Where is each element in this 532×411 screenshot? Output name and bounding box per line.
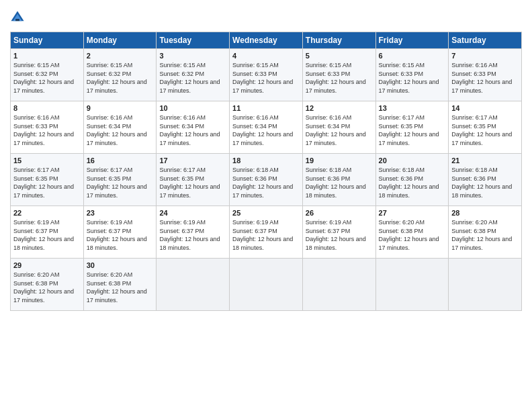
day-info: Sunrise: 6:15 AMSunset: 6:33 PMDaylight:… bbox=[306, 61, 373, 95]
day-number: 21 bbox=[451, 156, 519, 165]
calendar-cell: 13Sunrise: 6:17 AMSunset: 6:35 PMDayligh… bbox=[375, 101, 449, 154]
weekday-header-saturday: Saturday bbox=[449, 32, 522, 49]
calendar-row-2: 8Sunrise: 6:16 AMSunset: 6:33 PMDaylight… bbox=[11, 101, 522, 154]
day-info: Sunrise: 6:17 AMSunset: 6:35 PMDaylight:… bbox=[87, 166, 154, 199]
day-info: Sunrise: 6:19 AMSunset: 6:37 PMDaylight:… bbox=[87, 218, 154, 252]
logo bbox=[10, 10, 28, 25]
calendar-cell: 5Sunrise: 6:15 AMSunset: 6:33 PMDaylight… bbox=[302, 49, 375, 101]
day-number: 1 bbox=[13, 52, 81, 60]
day-info: Sunrise: 6:19 AMSunset: 6:37 PMDaylight:… bbox=[306, 218, 373, 252]
page: SundayMondayTuesdayWednesdayThursdayFrid… bbox=[0, 0, 532, 411]
day-info: Sunrise: 6:20 AMSunset: 6:38 PMDaylight:… bbox=[13, 271, 81, 304]
calendar-cell: 10Sunrise: 6:16 AMSunset: 6:34 PMDayligh… bbox=[157, 101, 230, 154]
weekday-header-sunday: Sunday bbox=[11, 32, 84, 49]
calendar-row-4: 22Sunrise: 6:19 AMSunset: 6:37 PMDayligh… bbox=[11, 206, 522, 259]
calendar-cell: 16Sunrise: 6:17 AMSunset: 6:35 PMDayligh… bbox=[83, 154, 157, 206]
day-info: Sunrise: 6:16 AMSunset: 6:33 PMDaylight:… bbox=[13, 113, 81, 147]
calendar-cell: 11Sunrise: 6:16 AMSunset: 6:34 PMDayligh… bbox=[230, 101, 303, 154]
day-info: Sunrise: 6:16 AMSunset: 6:34 PMDaylight:… bbox=[306, 113, 373, 147]
calendar-cell: 14Sunrise: 6:17 AMSunset: 6:35 PMDayligh… bbox=[449, 101, 522, 154]
calendar-cell: 17Sunrise: 6:17 AMSunset: 6:35 PMDayligh… bbox=[157, 154, 230, 206]
day-number: 7 bbox=[451, 52, 519, 60]
day-info: Sunrise: 6:16 AMSunset: 6:33 PMDaylight:… bbox=[451, 61, 519, 95]
calendar-row-5: 29Sunrise: 6:20 AMSunset: 6:38 PMDayligh… bbox=[11, 259, 522, 311]
calendar-cell bbox=[230, 259, 303, 311]
calendar-cell: 8Sunrise: 6:16 AMSunset: 6:33 PMDaylight… bbox=[11, 101, 84, 154]
calendar-cell: 19Sunrise: 6:18 AMSunset: 6:36 PMDayligh… bbox=[302, 154, 375, 206]
calendar-cell: 26Sunrise: 6:19 AMSunset: 6:37 PMDayligh… bbox=[302, 206, 375, 259]
day-info: Sunrise: 6:15 AMSunset: 6:33 PMDaylight:… bbox=[379, 61, 446, 95]
day-info: Sunrise: 6:15 AMSunset: 6:33 PMDaylight:… bbox=[232, 61, 300, 95]
day-info: Sunrise: 6:16 AMSunset: 6:34 PMDaylight:… bbox=[87, 113, 154, 147]
day-info: Sunrise: 6:16 AMSunset: 6:34 PMDaylight:… bbox=[232, 113, 300, 147]
calendar-cell: 3Sunrise: 6:15 AMSunset: 6:32 PMDaylight… bbox=[157, 49, 230, 101]
day-number: 25 bbox=[232, 209, 300, 217]
calendar-cell bbox=[449, 259, 522, 311]
day-info: Sunrise: 6:17 AMSunset: 6:35 PMDaylight:… bbox=[159, 166, 226, 199]
calendar-cell bbox=[157, 259, 230, 311]
logo-icon bbox=[10, 10, 25, 25]
svg-rect-2 bbox=[15, 19, 19, 21]
calendar-cell: 15Sunrise: 6:17 AMSunset: 6:35 PMDayligh… bbox=[11, 154, 84, 206]
day-info: Sunrise: 6:18 AMSunset: 6:36 PMDaylight:… bbox=[451, 166, 519, 199]
calendar-cell: 27Sunrise: 6:20 AMSunset: 6:38 PMDayligh… bbox=[375, 206, 449, 259]
day-info: Sunrise: 6:19 AMSunset: 6:37 PMDaylight:… bbox=[159, 218, 226, 252]
calendar-cell: 21Sunrise: 6:18 AMSunset: 6:36 PMDayligh… bbox=[449, 154, 522, 206]
calendar-cell: 1Sunrise: 6:15 AMSunset: 6:32 PMDaylight… bbox=[11, 49, 84, 101]
header bbox=[10, 10, 522, 25]
day-number: 30 bbox=[87, 261, 154, 269]
day-info: Sunrise: 6:16 AMSunset: 6:34 PMDaylight:… bbox=[159, 113, 226, 147]
day-info: Sunrise: 6:18 AMSunset: 6:36 PMDaylight:… bbox=[379, 166, 446, 199]
day-info: Sunrise: 6:19 AMSunset: 6:37 PMDaylight:… bbox=[13, 218, 81, 252]
day-number: 19 bbox=[306, 156, 373, 165]
day-info: Sunrise: 6:15 AMSunset: 6:32 PMDaylight:… bbox=[87, 61, 154, 95]
day-info: Sunrise: 6:15 AMSunset: 6:32 PMDaylight:… bbox=[13, 61, 81, 95]
weekday-header-tuesday: Tuesday bbox=[157, 32, 230, 49]
day-info: Sunrise: 6:15 AMSunset: 6:32 PMDaylight:… bbox=[159, 61, 226, 95]
calendar-row-1: 1Sunrise: 6:15 AMSunset: 6:32 PMDaylight… bbox=[11, 49, 522, 101]
calendar-cell: 2Sunrise: 6:15 AMSunset: 6:32 PMDaylight… bbox=[83, 49, 157, 101]
day-number: 22 bbox=[13, 209, 81, 217]
calendar-cell: 9Sunrise: 6:16 AMSunset: 6:34 PMDaylight… bbox=[83, 101, 157, 154]
day-number: 4 bbox=[232, 52, 300, 60]
day-info: Sunrise: 6:20 AMSunset: 6:38 PMDaylight:… bbox=[451, 218, 519, 252]
calendar-cell bbox=[375, 259, 449, 311]
day-number: 20 bbox=[379, 156, 446, 165]
day-number: 3 bbox=[159, 52, 226, 60]
day-number: 15 bbox=[13, 156, 81, 165]
day-info: Sunrise: 6:18 AMSunset: 6:36 PMDaylight:… bbox=[232, 166, 300, 199]
day-number: 16 bbox=[87, 156, 154, 165]
day-number: 11 bbox=[232, 104, 300, 112]
day-number: 6 bbox=[379, 52, 446, 60]
weekday-header-friday: Friday bbox=[375, 32, 449, 49]
day-info: Sunrise: 6:20 AMSunset: 6:38 PMDaylight:… bbox=[87, 271, 154, 304]
day-number: 12 bbox=[306, 104, 373, 112]
day-info: Sunrise: 6:17 AMSunset: 6:35 PMDaylight:… bbox=[13, 166, 81, 199]
weekday-header-wednesday: Wednesday bbox=[230, 32, 303, 49]
weekday-header-row: SundayMondayTuesdayWednesdayThursdayFrid… bbox=[11, 32, 522, 49]
calendar-cell: 25Sunrise: 6:19 AMSunset: 6:37 PMDayligh… bbox=[230, 206, 303, 259]
calendar-cell: 28Sunrise: 6:20 AMSunset: 6:38 PMDayligh… bbox=[449, 206, 522, 259]
calendar-cell: 7Sunrise: 6:16 AMSunset: 6:33 PMDaylight… bbox=[449, 49, 522, 101]
day-number: 27 bbox=[379, 209, 446, 217]
day-info: Sunrise: 6:17 AMSunset: 6:35 PMDaylight:… bbox=[451, 113, 519, 147]
day-number: 13 bbox=[379, 104, 446, 112]
day-info: Sunrise: 6:17 AMSunset: 6:35 PMDaylight:… bbox=[379, 113, 446, 147]
day-number: 8 bbox=[13, 104, 81, 112]
calendar-cell: 20Sunrise: 6:18 AMSunset: 6:36 PMDayligh… bbox=[375, 154, 449, 206]
calendar-cell: 29Sunrise: 6:20 AMSunset: 6:38 PMDayligh… bbox=[11, 259, 84, 311]
calendar-table: SundayMondayTuesdayWednesdayThursdayFrid… bbox=[10, 32, 522, 311]
calendar-cell: 6Sunrise: 6:15 AMSunset: 6:33 PMDaylight… bbox=[375, 49, 449, 101]
day-info: Sunrise: 6:19 AMSunset: 6:37 PMDaylight:… bbox=[232, 218, 300, 252]
day-info: Sunrise: 6:18 AMSunset: 6:36 PMDaylight:… bbox=[306, 166, 373, 199]
day-info: Sunrise: 6:20 AMSunset: 6:38 PMDaylight:… bbox=[379, 218, 446, 252]
day-number: 14 bbox=[451, 104, 519, 112]
weekday-header-thursday: Thursday bbox=[302, 32, 375, 49]
calendar-cell: 4Sunrise: 6:15 AMSunset: 6:33 PMDaylight… bbox=[230, 49, 303, 101]
day-number: 17 bbox=[159, 156, 226, 165]
calendar-cell: 18Sunrise: 6:18 AMSunset: 6:36 PMDayligh… bbox=[230, 154, 303, 206]
calendar-cell: 30Sunrise: 6:20 AMSunset: 6:38 PMDayligh… bbox=[83, 259, 157, 311]
day-number: 5 bbox=[306, 52, 373, 60]
day-number: 26 bbox=[306, 209, 373, 217]
calendar-cell: 23Sunrise: 6:19 AMSunset: 6:37 PMDayligh… bbox=[83, 206, 157, 259]
